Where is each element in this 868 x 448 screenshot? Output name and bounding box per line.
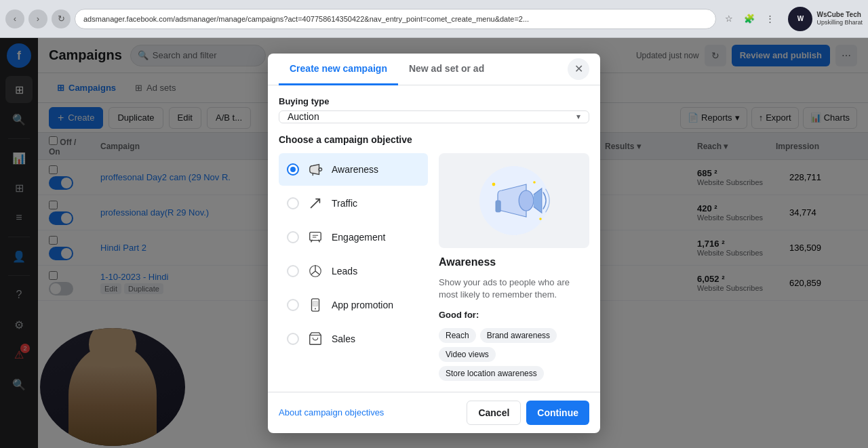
engagement-radio <box>287 231 299 243</box>
awareness-label: Awareness <box>332 164 378 175</box>
back-btn[interactable]: ‹ <box>5 9 24 28</box>
buying-type-select[interactable]: Auction ▾ <box>279 110 589 124</box>
preview-panel: Awareness Show your ads to people who ar… <box>439 153 589 380</box>
refresh-btn[interactable]: ↻ <box>52 9 71 28</box>
tag-store-location: Store location awareness <box>439 366 544 381</box>
wscube-icon: W <box>788 7 812 31</box>
leads-radio <box>287 265 299 277</box>
wscube-text: WsCube Tech Upskilling Bharat <box>816 11 863 26</box>
leads-label: Leads <box>332 266 357 277</box>
app-icon <box>306 296 325 314</box>
objective-sales[interactable]: Sales <box>279 323 428 355</box>
tag-reach: Reach <box>439 328 476 343</box>
continue-button[interactable]: Continue <box>526 401 589 425</box>
bookmark-btn[interactable]: ☆ <box>720 10 738 28</box>
about-objectives-link[interactable]: About campaign objectives <box>279 407 384 418</box>
svg-point-0 <box>319 168 322 171</box>
svg-rect-8 <box>496 201 500 212</box>
browser-actions: ☆ 🧩 ⋮ <box>720 10 778 28</box>
more-btn[interactable]: ⋮ <box>761 10 778 28</box>
tab-new-ad[interactable]: New ad set or ad <box>398 54 495 85</box>
modal-footer: About campaign objectives Cancel Continu… <box>268 392 600 433</box>
traffic-label: Traffic <box>332 198 357 209</box>
awareness-icon <box>306 160 325 179</box>
objectives-list: Awareness Traffic <box>279 153 428 380</box>
preview-description: Show your ads to people who are most lik… <box>439 277 589 301</box>
svg-point-7 <box>519 190 534 211</box>
preview-title: Awareness <box>439 256 589 268</box>
traffic-icon <box>306 194 325 213</box>
sales-radio <box>287 333 299 345</box>
traffic-radio <box>287 197 299 209</box>
objective-layout: Awareness Traffic <box>279 153 589 380</box>
tag-video-views: Video views <box>439 347 496 362</box>
footer-buttons: Cancel Continue <box>467 401 589 425</box>
tag-brand-awareness: Brand awareness <box>480 328 557 343</box>
modal-body: Buying type Auction ▾ Choose a campaign … <box>268 85 600 392</box>
app-radio <box>287 299 299 311</box>
url-text: adsmanager.facebook.com/adsmanager/manag… <box>83 15 529 23</box>
preview-goodfor-label: Good for: <box>439 310 589 320</box>
select-arrow-icon: ▾ <box>576 112 580 121</box>
svg-rect-1 <box>310 232 321 241</box>
buying-type-label: Buying type <box>279 96 589 106</box>
section-title: Choose a campaign objective <box>279 134 589 145</box>
modal-close-btn[interactable]: ✕ <box>568 58 589 80</box>
cancel-button[interactable]: Cancel <box>467 401 521 425</box>
sales-label: Sales <box>332 333 355 344</box>
awareness-radio <box>287 163 299 176</box>
svg-point-11 <box>539 218 542 220</box>
objective-awareness[interactable]: Awareness <box>279 153 428 186</box>
svg-point-9 <box>492 183 496 186</box>
leads-icon <box>306 262 325 281</box>
svg-point-10 <box>533 181 536 184</box>
buying-type-value: Auction <box>288 111 319 122</box>
app-container: f ⊞ 🔍 📊 ⊞ ≡ 👤 ? ⚙ ⚠ 2 🔍 Campaigns 🔍 Sear… <box>0 38 868 448</box>
extension-btn[interactable]: 🧩 <box>741 10 758 28</box>
svg-point-4 <box>315 308 316 310</box>
tags-container: Reach Brand awareness Video views Store … <box>439 328 589 381</box>
wscube-logo: W WsCube Tech Upskilling Bharat <box>788 7 863 31</box>
objective-engagement[interactable]: Engagement <box>279 221 428 253</box>
engagement-label: Engagement <box>332 232 385 243</box>
objective-app-promotion[interactable]: App promotion <box>279 289 428 321</box>
browser-bar: ‹ › ↻ adsmanager.facebook.com/adsmanager… <box>0 0 868 38</box>
preview-illustration <box>439 153 589 248</box>
app-label: App promotion <box>332 300 393 310</box>
svg-rect-5 <box>313 302 317 306</box>
awareness-illustration <box>473 160 555 241</box>
sales-icon <box>306 329 325 348</box>
forward-btn[interactable]: › <box>28 9 47 28</box>
engagement-icon <box>306 228 325 247</box>
objective-traffic[interactable]: Traffic <box>279 187 428 220</box>
modal: Create new campaign New ad set or ad ✕ B… <box>268 54 600 433</box>
url-bar[interactable]: adsmanager.facebook.com/adsmanager/manag… <box>75 9 716 29</box>
tab-create-campaign[interactable]: Create new campaign <box>279 54 398 85</box>
modal-backdrop: Create new campaign New ad set or ad ✕ B… <box>0 38 868 448</box>
objective-leads[interactable]: Leads <box>279 255 428 287</box>
modal-tabs: Create new campaign New ad set or ad ✕ <box>268 54 600 85</box>
